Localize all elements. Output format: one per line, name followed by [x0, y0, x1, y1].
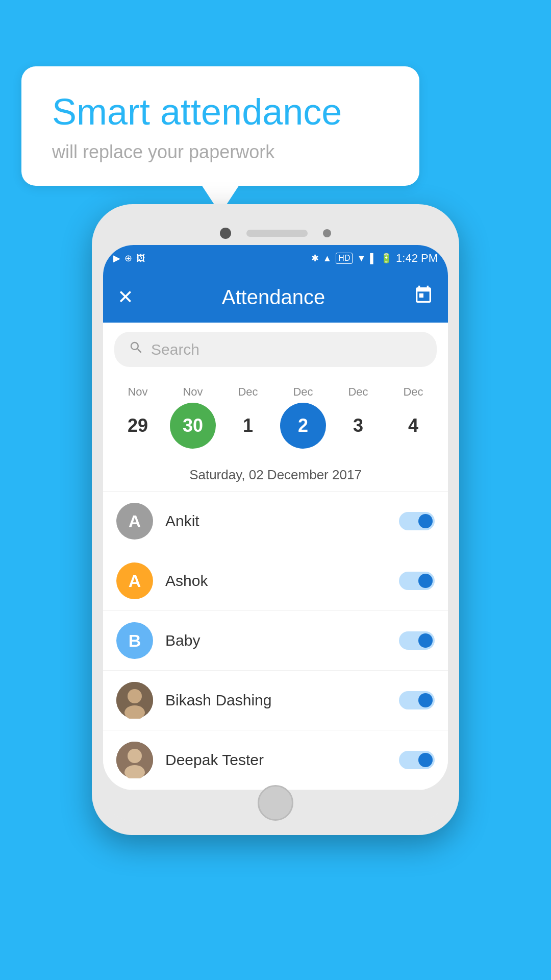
month-2: Dec [225, 385, 271, 399]
toggle-deepak[interactable] [399, 751, 435, 769]
phone-camera [220, 228, 231, 239]
avatar-photo [116, 682, 153, 719]
sync-icon: ⊕ [124, 253, 132, 264]
app-bar: ✕ Attendance [103, 272, 448, 323]
bubble-title: Smart attendance [52, 92, 389, 132]
month-row: Nov Nov Dec Dec Dec Dec [110, 385, 441, 399]
list-item: Deepak Tester [103, 730, 448, 790]
list-item: A Ashok [103, 551, 448, 611]
month-3: Dec [280, 385, 326, 399]
list-item: B Baby [103, 611, 448, 671]
person-name: Baby [165, 632, 399, 649]
date-4[interactable]: 4 [390, 403, 436, 449]
person-name: Deepak Tester [165, 751, 399, 769]
play-icon: ▶ [113, 253, 120, 264]
hd-badge: HD [336, 253, 353, 264]
avatar-photo [116, 742, 153, 778]
app-bar-title: Attendance [222, 286, 325, 309]
selected-date-label: Saturday, 02 December 2017 [103, 460, 448, 492]
toggle-ankit[interactable] [399, 512, 435, 530]
avatar: A [116, 503, 153, 540]
calendar-strip: Nov Nov Dec Dec Dec Dec 29 30 1 2 3 4 [103, 376, 448, 460]
battery-icon: 🔋 [381, 253, 392, 264]
phone-wrapper: ▶ ⊕ 🖼 ✱ ▲ HD ▼ ▌ 🔋 1:42 PM ✕ Attendance [41, 204, 510, 835]
home-button[interactable] [258, 785, 293, 821]
status-bar: ▶ ⊕ 🖼 ✱ ▲ HD ▼ ▌ 🔋 1:42 PM [103, 245, 448, 272]
month-1: Nov [170, 385, 216, 399]
date-3[interactable]: 3 [335, 403, 381, 449]
avatar: A [116, 562, 153, 599]
bluetooth-icon: ✱ [311, 253, 319, 264]
month-0: Nov [115, 385, 161, 399]
person-name: Ankit [165, 512, 399, 530]
person-name: Ashok [165, 572, 399, 590]
status-time: 1:42 PM [396, 252, 438, 265]
date-2[interactable]: 2 [280, 403, 326, 449]
toggle-ashok[interactable] [399, 572, 435, 590]
speech-bubble: Smart attendance will replace your paper… [21, 66, 419, 186]
person-list: A Ankit A Ashok B Baby [103, 492, 448, 790]
search-icon [129, 340, 144, 359]
signal-icon: ▲ [323, 253, 332, 264]
status-icons-right: ✱ ▲ HD ▼ ▌ 🔋 1:42 PM [311, 252, 438, 265]
phone-top-hardware [103, 218, 448, 245]
svg-point-1 [128, 689, 142, 703]
phone-device: ▶ ⊕ 🖼 ✱ ▲ HD ▼ ▌ 🔋 1:42 PM ✕ Attendance [92, 204, 459, 835]
wifi-icon: ▼ [357, 253, 366, 264]
phone-front-sensor [323, 229, 331, 237]
search-bar[interactable]: Search [114, 332, 437, 367]
image-icon: 🖼 [136, 253, 145, 264]
avatar: B [116, 622, 153, 659]
person-name: Bikash Dashing [165, 692, 399, 709]
month-5: Dec [390, 385, 436, 399]
list-item: A Ankit [103, 492, 448, 551]
date-30[interactable]: 30 [170, 403, 216, 449]
close-button[interactable]: ✕ [117, 286, 134, 308]
status-icons-left: ▶ ⊕ 🖼 [113, 253, 145, 264]
search-placeholder: Search [151, 341, 199, 358]
date-1[interactable]: 1 [225, 403, 271, 449]
signal-bars: ▌ [370, 253, 377, 264]
phone-bottom-hardware [103, 790, 448, 821]
bubble-subtitle: will replace your paperwork [52, 141, 389, 163]
search-container: Search [103, 323, 448, 376]
date-row: 29 30 1 2 3 4 [110, 403, 441, 449]
date-29[interactable]: 29 [115, 403, 161, 449]
list-item: Bikash Dashing [103, 671, 448, 730]
toggle-bikash[interactable] [399, 691, 435, 709]
month-4: Dec [335, 385, 381, 399]
calendar-icon[interactable] [413, 285, 434, 310]
phone-speaker [246, 230, 308, 237]
toggle-baby[interactable] [399, 631, 435, 650]
svg-point-4 [128, 749, 142, 763]
phone-screen: ▶ ⊕ 🖼 ✱ ▲ HD ▼ ▌ 🔋 1:42 PM ✕ Attendance [103, 245, 448, 790]
